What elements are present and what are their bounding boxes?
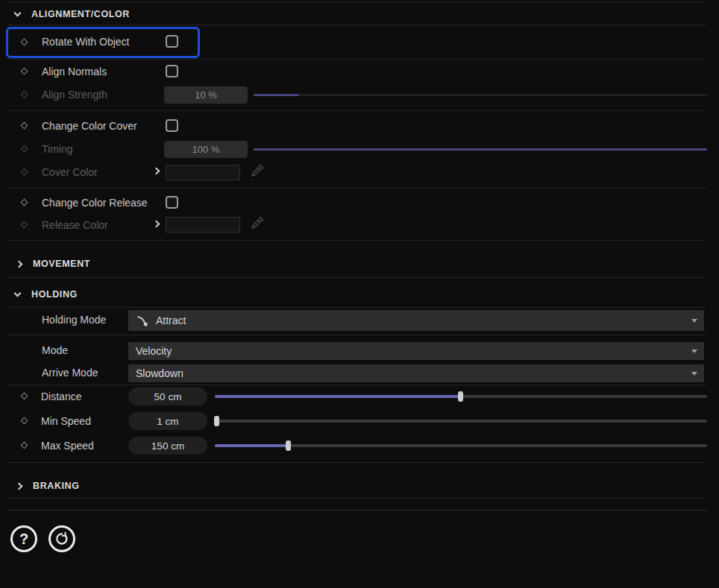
expand-arrow-icon[interactable]	[153, 221, 160, 228]
section-title: ALIGNMENT/COLOR	[31, 9, 130, 19]
divider	[7, 25, 707, 25]
question-mark-icon: ?	[19, 531, 28, 548]
chevron-down-icon	[691, 319, 697, 323]
divider	[7, 188, 707, 189]
slider-knob[interactable]	[286, 440, 291, 451]
chevron-down-icon	[691, 350, 697, 353]
eyedropper-icon[interactable]	[251, 216, 264, 230]
align-strength-value[interactable]: 10 %	[164, 86, 248, 104]
slider-knob[interactable]	[458, 391, 463, 402]
keyframe-diamond-icon	[21, 91, 28, 98]
align-strength-label: Align Strength	[42, 89, 107, 101]
chevron-down-icon	[691, 372, 697, 376]
section-header-movement[interactable]: MOVEMENT	[16, 256, 90, 272]
mode-value: Velocity	[136, 345, 172, 357]
max-speed-label: Max Speed	[41, 440, 94, 452]
arrive-mode-value: Slowdown	[136, 367, 183, 379]
slider-fill	[215, 444, 289, 447]
keyframe-diamond-icon[interactable]	[21, 393, 28, 400]
max-speed-value[interactable]: 150 cm	[128, 437, 207, 455]
divider	[7, 1, 707, 2]
chevron-right-icon	[16, 482, 23, 490]
expand-arrow-icon[interactable]	[153, 168, 160, 175]
section-header-alignment-color[interactable]: ALIGNMENT/COLOR	[15, 6, 130, 22]
keyframe-diamond-icon[interactable]	[21, 39, 28, 46]
attributes-panel: ALIGNMENT/COLOR Rotate With Object Align…	[0, 0, 719, 588]
keyframe-diamond-icon	[21, 221, 28, 229]
holding-mode-dropdown[interactable]: Attract	[128, 310, 704, 331]
align-normals-checkbox[interactable]	[166, 65, 178, 78]
timing-label: Timing	[42, 143, 73, 155]
section-title: MOVEMENT	[33, 259, 90, 269]
chevron-down-icon	[14, 290, 22, 297]
change-color-release-checkbox[interactable]	[166, 196, 178, 209]
divider	[7, 110, 707, 111]
timing-slider	[254, 148, 707, 151]
distance-value[interactable]: 50 cm	[128, 388, 207, 405]
arrive-mode-dropdown[interactable]: Slowdown	[128, 364, 704, 382]
section-header-holding[interactable]: HOLDING	[15, 286, 78, 303]
section-header-braking[interactable]: BRAKING	[16, 478, 80, 494]
divider	[7, 510, 707, 510]
change-color-release-label: Change Color Release	[42, 197, 148, 209]
circular-arrow-icon	[54, 531, 69, 546]
keyframe-diamond-icon[interactable]	[21, 442, 28, 449]
slider-knob[interactable]	[214, 416, 219, 426]
eyedropper-icon[interactable]	[251, 164, 264, 177]
timing-value[interactable]: 100 %	[164, 141, 248, 158]
rotate-with-object-checkbox[interactable]	[166, 35, 178, 48]
help-button[interactable]: ?	[10, 525, 37, 552]
release-color-label: Release Color	[42, 219, 108, 231]
divider	[7, 240, 707, 241]
keyframe-diamond-icon	[21, 168, 28, 176]
min-speed-label: Min Speed	[41, 415, 91, 427]
distance-slider[interactable]	[215, 395, 707, 398]
keyframe-diamond-icon[interactable]	[21, 122, 28, 130]
min-speed-slider[interactable]	[215, 420, 707, 423]
cover-color-swatch[interactable]	[166, 165, 240, 180]
keyframe-diamond-icon[interactable]	[21, 68, 28, 75]
change-color-cover-label: Change Color Cover	[42, 120, 137, 132]
slider-fill	[254, 94, 299, 96]
mode-label: Mode	[42, 344, 68, 356]
max-speed-slider[interactable]	[215, 444, 707, 447]
cover-color-label: Cover Color	[42, 166, 98, 178]
divider	[7, 307, 707, 308]
chevron-down-icon	[14, 10, 22, 17]
change-color-cover-checkbox[interactable]	[166, 119, 178, 132]
keyframe-diamond-icon[interactable]	[21, 417, 28, 425]
holding-mode-label: Holding Mode	[42, 314, 106, 326]
divider	[7, 462, 707, 463]
slider-fill	[254, 148, 707, 151]
divider	[7, 277, 707, 278]
keyframe-diamond-icon[interactable]	[21, 199, 28, 206]
align-normals-label: Align Normals	[42, 66, 107, 78]
holding-mode-value: Attract	[156, 314, 186, 326]
divider	[7, 59, 707, 60]
rotate-with-object-label: Rotate With Object	[42, 36, 130, 48]
section-title: HOLDING	[31, 289, 78, 300]
divider	[7, 385, 707, 385]
align-strength-slider	[254, 94, 707, 96]
keyframe-diamond-icon	[21, 145, 28, 153]
chevron-right-icon	[16, 260, 23, 268]
distance-label: Distance	[41, 391, 81, 402]
slider-fill	[215, 395, 461, 398]
mode-dropdown[interactable]: Velocity	[128, 342, 704, 360]
release-color-swatch[interactable]	[166, 217, 240, 233]
reset-button[interactable]	[48, 525, 75, 552]
min-speed-value[interactable]: 1 cm	[128, 412, 207, 430]
divider	[7, 335, 707, 335]
arrive-mode-label: Arrive Mode	[42, 367, 98, 379]
attract-icon	[136, 314, 148, 327]
divider	[7, 498, 707, 499]
section-title: BRAKING	[33, 481, 80, 491]
